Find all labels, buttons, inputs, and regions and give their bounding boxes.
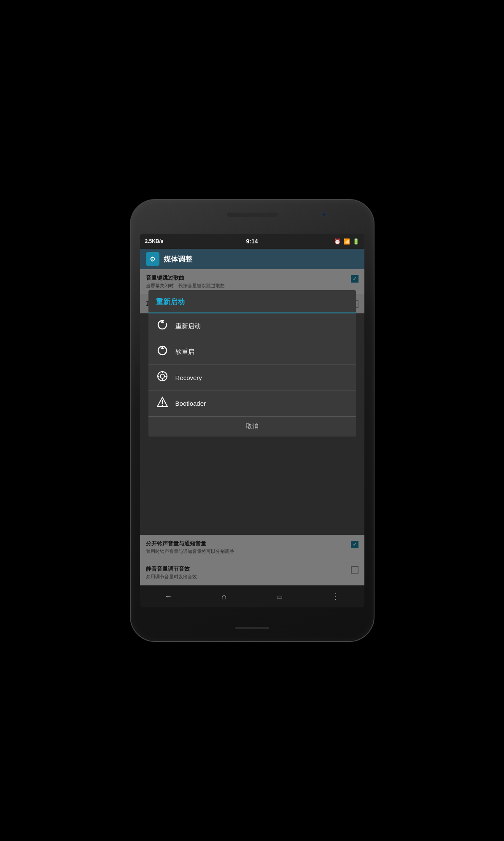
svg-point-5 [160,374,164,378]
back-button[interactable]: ← [158,589,179,604]
recents-button[interactable]: ▭ [270,589,289,604]
wifi-icon: 📶 [343,238,350,245]
status-icons: ⏰ 📶 🔋 [334,238,359,245]
dialog-item-reboot[interactable]: 重新启动 [148,313,356,339]
cancel-label: 取消 [246,423,259,430]
phone-screen: 2.5KB/s 9:14 ⏰ 📶 🔋 ⚙ 媒体调整 音量键跳过歌曲 当屏幕关闭时… [140,234,364,607]
cancel-button[interactable]: 取消 [148,416,356,437]
recovery-icon [156,371,169,384]
menu-button[interactable]: ⋮ [325,588,346,604]
phone-camera [321,212,327,218]
phone-bottom-bar [235,627,269,629]
dialog-item-recovery[interactable]: Recovery [148,365,356,391]
svg-point-12 [162,405,163,406]
reboot-icon [156,319,169,333]
bootloader-label: Bootloader [175,400,206,407]
phone-device: 2.5KB/s 9:14 ⏰ 📶 🔋 ⚙ 媒体调整 音量键跳过歌曲 当屏幕关闭时… [130,199,375,642]
recovery-label: Recovery [175,374,202,381]
status-bar: 2.5KB/s 9:14 ⏰ 📶 🔋 [140,234,364,249]
soft-reboot-icon [156,345,169,359]
nav-bar: ← ⌂ ▭ ⋮ [140,585,364,607]
home-button[interactable]: ⌂ [215,588,233,605]
soft-reboot-label: 软重启 [175,348,194,356]
dialog-item-soft-reboot[interactable]: 软重启 [148,339,356,365]
app-title: 媒体调整 [164,254,192,264]
reboot-label: 重新启动 [175,322,201,330]
bootloader-icon [156,396,169,410]
dialog-title: 重新启动 [148,290,356,313]
reboot-dialog: 重新启动 重新启动 [148,290,356,437]
app-bar: ⚙ 媒体调整 [140,249,364,269]
app-icon: ⚙ [146,252,159,266]
battery-icon: 🔋 [353,238,359,245]
dialog-item-bootloader[interactable]: Bootloader [148,391,356,416]
network-speed: 2.5KB/s [145,238,164,244]
clock: 9:14 [246,238,258,245]
phone-speaker [227,213,278,217]
settings-icon: ⚙ [150,255,156,263]
settings-content: 音量键跳过歌曲 当屏幕关闭时，长按音量键以跳过歌曲 更多音量段数 重新启动 [140,269,364,585]
alarm-icon: ⏰ [334,238,341,245]
